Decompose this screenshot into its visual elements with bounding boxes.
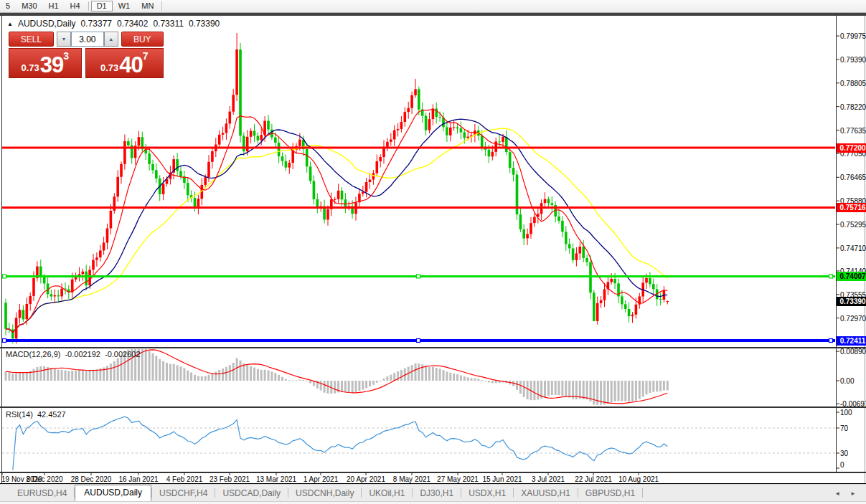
price-tick-label: 0.78805 xyxy=(840,80,866,87)
macd-value-signal: -0.002602 xyxy=(105,350,141,358)
macd-name: MACD(12,26,9) xyxy=(6,350,60,358)
price-tick-label: 0.79975 xyxy=(840,32,866,40)
window-bottom-border xyxy=(0,483,866,484)
tab-xauusd-h1[interactable]: XAUUSD,H1 xyxy=(514,486,578,501)
price-level-box: 0.75716 xyxy=(837,203,866,212)
price-tick-label: 0.72970 xyxy=(840,315,866,323)
sell-button[interactable]: SELL xyxy=(9,32,54,47)
price-axis-border xyxy=(836,16,837,473)
symbol-tab-bar: EURUSD,H4AUDUSD,DailyUSDCHF,H4USDCAD,Dai… xyxy=(0,485,866,501)
buy-price-prefix: 0.73 xyxy=(100,62,118,73)
ohlc-high: 0.73402 xyxy=(117,19,148,29)
rsi-tick-label: 100 xyxy=(840,409,852,417)
tab-scroll-arrows: ◄► xyxy=(834,490,866,501)
sell-price-sup: 3 xyxy=(63,50,69,62)
date-tick-label: 15 Jun 2021 xyxy=(482,475,522,483)
date-tick-label: 13 Mar 2021 xyxy=(256,475,296,483)
price-level-box: 0.73390 xyxy=(837,297,866,306)
pane-separator-macd-rsi[interactable] xyxy=(0,406,866,408)
rsi-tick-label: 0 xyxy=(840,461,844,469)
date-tick-label: 8 May 2021 xyxy=(393,475,430,483)
buy-price-sup: 7 xyxy=(143,50,149,62)
rsi-value: 42.4527 xyxy=(37,410,66,419)
macd-tick-label: -0.006977 xyxy=(840,400,866,408)
sell-price-button[interactable]: 0.73 39 3 xyxy=(9,48,82,78)
macd-label: MACD(12,26,9) -0.002192 -0.002602 xyxy=(6,350,141,358)
ohlc-low: 0.73311 xyxy=(153,19,184,29)
volume-increase-button[interactable]: ▲ xyxy=(104,32,118,47)
buy-button[interactable]: BUY xyxy=(121,32,164,47)
date-tick-label: 8 Dec 2020 xyxy=(26,475,62,483)
macd-tick-label: 0.008903 xyxy=(840,348,866,356)
tab-scroll-right-icon[interactable]: ► xyxy=(850,490,856,497)
tab-usdcnh-daily[interactable]: USDCNH,Daily xyxy=(288,486,361,501)
price-level-box: 0.72411 xyxy=(837,336,866,346)
date-tick-label: 10 Aug 2021 xyxy=(618,475,659,483)
date-tick-label: 28 Dec 2020 xyxy=(71,475,112,483)
price-tick-label: 0.74710 xyxy=(840,244,866,252)
tab-scroll-left-icon[interactable]: ◄ xyxy=(834,490,840,497)
price-tick-label: 0.76465 xyxy=(840,173,866,181)
rsi-tick-label: 30 xyxy=(840,450,848,457)
date-tick-label: 20 Apr 2021 xyxy=(347,475,385,483)
volume-input[interactable]: 3.00 xyxy=(71,32,104,47)
pane-separator-rsi-dates xyxy=(0,472,866,473)
price-tick-label: 0.75295 xyxy=(840,221,866,229)
buy-price-big: 40 xyxy=(119,54,142,76)
plot-left-border xyxy=(1,16,2,484)
price-level-box: 0.74007 xyxy=(837,272,866,281)
chart-symbol-label: AUDUSD,Daily xyxy=(18,19,76,29)
bottom-strip xyxy=(0,501,866,504)
date-tick-label: 27 May 2021 xyxy=(437,475,479,483)
date-tick-label: 3 Jul 2021 xyxy=(532,475,565,483)
spin-down-icon: ▼ xyxy=(61,37,66,42)
tab-usdcad-daily[interactable]: USDCAD,Daily xyxy=(215,486,288,501)
tab-dj30-h1[interactable]: DJ30,H1 xyxy=(413,486,461,501)
rsi-tick-label: 70 xyxy=(840,424,848,432)
pane-separator-main-macd[interactable] xyxy=(0,347,866,348)
price-tick-label: 0.77635 xyxy=(840,127,866,135)
date-tick-label: 4 Feb 2021 xyxy=(166,475,203,483)
rsi-label: RSI(14) 42.4527 xyxy=(6,410,66,419)
price-level-box: 0.77200 xyxy=(837,143,866,153)
sell-price-prefix: 0.73 xyxy=(22,62,39,73)
macd-value-main: -0.002192 xyxy=(65,350,100,358)
volume-decrease-button[interactable]: ▼ xyxy=(57,32,71,47)
tab-usdx-h1[interactable]: USDX,H1 xyxy=(461,486,513,501)
price-tick-label: 0.78220 xyxy=(840,103,866,111)
tab-audusd-daily[interactable]: AUDUSD,Daily xyxy=(75,485,151,501)
tab-separator xyxy=(642,488,643,498)
tab-gbpusd-h1[interactable]: GBPUSD,H1 xyxy=(578,486,642,501)
tab-ukoil-h1[interactable]: UKOil,H1 xyxy=(362,486,412,501)
rsi-name: RSI(14) xyxy=(6,410,33,419)
one-click-collapse-icon[interactable]: ▲ xyxy=(7,21,13,27)
sell-price-big: 39 xyxy=(40,54,63,76)
date-tick-label: 23 Feb 2021 xyxy=(210,475,250,483)
date-tick-label: 16 Jan 2021 xyxy=(118,475,158,483)
tab-eurusd-h4[interactable]: EURUSD,H4 xyxy=(10,486,74,501)
macd-tick-label: 0.00 xyxy=(840,377,854,385)
price-tick-label: 0.79390 xyxy=(840,56,866,64)
date-tick-label: 22 Jul 2021 xyxy=(575,475,612,483)
chart-title: ▲ AUDUSD,Daily 0.73377 0.73402 0.73311 0… xyxy=(7,19,220,29)
date-tick-label: 1 Apr 2021 xyxy=(303,475,338,483)
spin-up-icon: ▲ xyxy=(108,37,113,42)
buy-price-button[interactable]: 0.73 40 7 xyxy=(85,48,164,78)
ohlc-close: 0.73390 xyxy=(189,19,220,29)
ohlc-open: 0.73377 xyxy=(81,19,112,29)
tab-usdchf-h4[interactable]: USDCHF,H4 xyxy=(152,486,215,501)
one-click-trading-panel: SELL ▼ 3.00 ▲ BUY 0.73 39 3 0.73 40 7 xyxy=(9,32,164,78)
